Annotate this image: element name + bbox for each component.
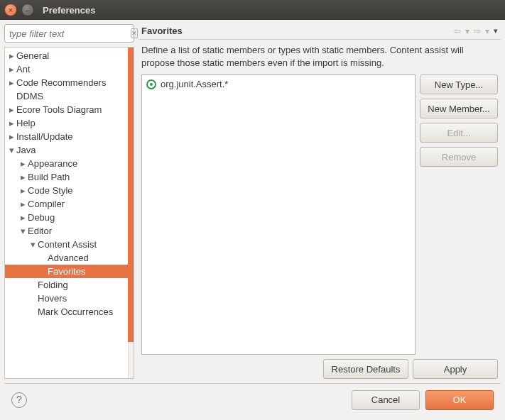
titlebar: × – Preferences: [0, 0, 505, 20]
new-member-button[interactable]: New Member...: [420, 99, 498, 118]
footer: ? Cancel OK: [4, 383, 501, 416]
close-icon[interactable]: ×: [4, 4, 17, 16]
minimize-icon[interactable]: –: [21, 4, 34, 16]
view-menu-icon[interactable]: ▾: [494, 26, 498, 35]
tree-item-label: Content Assist: [38, 239, 97, 250]
new-type-button[interactable]: New Type...: [420, 74, 498, 94]
chevron-right-icon[interactable]: ▸: [9, 118, 16, 128]
tree-item-label: Compiler: [28, 199, 65, 209]
tree-item-label: Editor: [28, 226, 52, 236]
tree-item-debug[interactable]: ▸Debug: [5, 211, 134, 224]
chevron-right-icon[interactable]: ▸: [9, 64, 16, 74]
remove-button[interactable]: Remove: [420, 147, 498, 167]
page-header: Favorites ⇦ ▾ ⇨ ▾ ▾: [139, 24, 501, 39]
tree-item-label: Code Style: [28, 185, 73, 196]
tree-item-label: Hovers: [38, 293, 67, 304]
scrollbar[interactable]: [128, 48, 134, 378]
tree-item-label: General: [16, 50, 49, 61]
ok-button[interactable]: OK: [425, 390, 494, 410]
tree-item-ecore-tools-diagram[interactable]: ▸Ecore Tools Diagram: [5, 103, 134, 116]
tree-item-mark-occurrences[interactable]: ▸Mark Occurrences: [5, 305, 134, 319]
tree-item-content-assist[interactable]: ▾Content Assist: [5, 238, 134, 251]
tree-item-label: Favorites: [48, 266, 85, 277]
tree-item-label: Folding: [38, 280, 68, 290]
back-icon[interactable]: ⇦: [454, 26, 461, 36]
tree-item-install-update[interactable]: ▸Install/Update: [5, 130, 134, 143]
tree-item-label: Help: [16, 118, 36, 128]
tree-item-help[interactable]: ▸Help: [5, 116, 134, 130]
filter-input[interactable]: [8, 28, 131, 40]
chevron-right-icon[interactable]: ▸: [21, 199, 28, 209]
tree-item-compiler[interactable]: ▸Compiler: [5, 197, 134, 211]
tree-item-advanced[interactable]: ▸Advanced: [5, 251, 134, 265]
content-area: ✕ ▸General▸Ant▸Code Recommenders▸DDMS▸Ec…: [0, 20, 505, 420]
chevron-down-icon[interactable]: ▾: [31, 239, 38, 250]
tree-item-folding[interactable]: ▸Folding: [5, 278, 134, 292]
apply-button[interactable]: Apply: [413, 359, 498, 379]
tree-item-editor[interactable]: ▾Editor: [5, 224, 134, 238]
tree-item-build-path[interactable]: ▸Build Path: [5, 170, 134, 184]
forward-icon[interactable]: ⇨: [474, 26, 481, 36]
tree-item-label: Ant: [16, 64, 31, 74]
page-description: Define a list of static members or types…: [139, 44, 501, 74]
left-pane: ✕ ▸General▸Ant▸Code Recommenders▸DDMS▸Ec…: [4, 24, 134, 379]
clear-icon[interactable]: ✕: [131, 28, 138, 38]
chevron-right-icon[interactable]: ▸: [9, 131, 16, 142]
chevron-right-icon[interactable]: ▸: [9, 50, 16, 61]
tree-item-label: Java: [16, 145, 36, 155]
tree-item-ant[interactable]: ▸Ant: [5, 62, 134, 76]
filter-box[interactable]: ✕: [4, 24, 134, 43]
tree-item-label: Code Recommenders: [16, 77, 106, 88]
chevron-right-icon[interactable]: ▸: [9, 104, 16, 115]
tree-item-label: DDMS: [16, 91, 43, 101]
type-icon: [146, 79, 156, 89]
favorites-list[interactable]: org.junit.Assert.*: [141, 74, 416, 355]
tree-item-code-recommenders[interactable]: ▸Code Recommenders: [5, 76, 134, 89]
tree-item-label: Ecore Tools Diagram: [16, 104, 102, 115]
tree-item-appearance[interactable]: ▸Appearance: [5, 157, 134, 170]
tree-item-label: Install/Update: [16, 131, 73, 142]
tree-item-hovers[interactable]: ▸Hovers: [5, 292, 134, 305]
list-item[interactable]: org.junit.Assert.*: [145, 78, 412, 90]
tree-view[interactable]: ▸General▸Ant▸Code Recommenders▸DDMS▸Ecor…: [4, 47, 134, 379]
help-icon[interactable]: ?: [11, 392, 27, 408]
chevron-right-icon[interactable]: ▸: [9, 77, 16, 88]
edit-button[interactable]: Edit...: [420, 123, 498, 143]
tree-item-code-style[interactable]: ▸Code Style: [5, 184, 134, 197]
tree-item-label: Mark Occurrences: [38, 306, 113, 317]
page-title: Favorites: [141, 26, 183, 36]
chevron-right-icon[interactable]: ▸: [21, 212, 28, 223]
back-menu-icon[interactable]: ▾: [465, 26, 469, 36]
chevron-right-icon[interactable]: ▸: [21, 158, 28, 169]
tree-item-label: Build Path: [28, 172, 70, 182]
right-pane: Favorites ⇦ ▾ ⇨ ▾ ▾ Define a list of sta…: [139, 24, 501, 379]
tree-item-label: Advanced: [48, 253, 89, 263]
tree-item-java[interactable]: ▾Java: [5, 143, 134, 157]
forward-menu-icon[interactable]: ▾: [485, 26, 489, 36]
chevron-right-icon[interactable]: ▸: [21, 172, 28, 182]
tree-item-label: Appearance: [28, 158, 77, 169]
list-item-label: org.junit.Assert.*: [161, 79, 228, 89]
chevron-down-icon[interactable]: ▾: [21, 226, 28, 236]
restore-defaults-button[interactable]: Restore Defaults: [323, 359, 408, 379]
tree-item-label: Debug: [28, 212, 55, 223]
chevron-right-icon[interactable]: ▸: [21, 185, 28, 196]
cancel-button[interactable]: Cancel: [352, 390, 420, 410]
chevron-down-icon[interactable]: ▾: [9, 145, 16, 155]
tree-item-favorites[interactable]: ▸Favorites: [5, 265, 134, 278]
tree-item-general[interactable]: ▸General: [5, 49, 134, 62]
tree-item-ddms[interactable]: ▸DDMS: [5, 89, 134, 103]
window-title: Preferences: [43, 5, 95, 16]
